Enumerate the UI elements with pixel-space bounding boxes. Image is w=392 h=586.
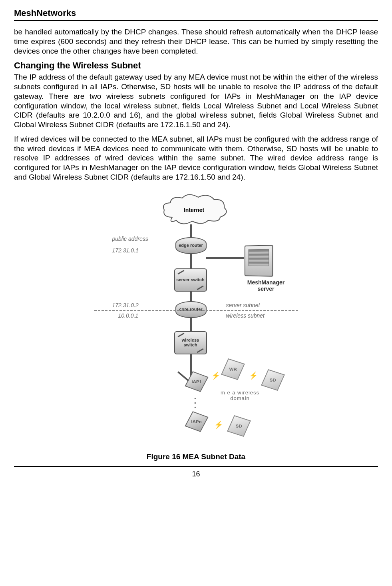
page-number: 16 — [14, 466, 378, 478]
server-subnet-label: server subnet — [226, 302, 260, 308]
wireless-switch-label: wireless switch — [175, 338, 206, 347]
internet-cloud: Internet — [160, 193, 228, 227]
section-heading-changing-wireless-subnet: Changing the Wireless Subnet — [14, 60, 378, 71]
paragraph-gateway: The IP address of the default gateway us… — [14, 72, 378, 130]
paragraph-intro: be handled automatically by the DHCP cha… — [14, 27, 378, 56]
edge-router: edge router — [175, 237, 211, 254]
wireless-subnet-label: wireless subnet — [226, 312, 265, 319]
iapn-node: IAPn — [185, 411, 208, 432]
server-switch: server switch — [174, 268, 209, 292]
iap-ellipsis: ··· — [194, 396, 197, 410]
wr-node: WR — [221, 358, 245, 380]
ip-label-2: 172.31.0.2 — [112, 302, 139, 308]
server-switch-label: server switch — [176, 278, 204, 282]
paragraph-wired-devices: If wired devices will be connected to th… — [14, 134, 378, 182]
backbone-line — [190, 224, 192, 238]
backbone-line — [190, 254, 192, 269]
network-diagram: Internet edge router public address 172.… — [84, 193, 308, 449]
wireless-domain-label: m e a wireless domain — [220, 390, 260, 402]
edge-router-label: edge router — [179, 243, 203, 248]
sd1-label: SD — [270, 378, 276, 382]
backbone-line — [190, 292, 192, 302]
wireless-switch: wireless switch — [174, 331, 209, 354]
ip-label-1: 172.31.0.1 — [112, 247, 139, 254]
figure-container: Internet edge router public address 172.… — [14, 193, 378, 461]
iap1-label: IAP1 — [191, 379, 202, 384]
meshmanager-server — [244, 245, 273, 276]
cloud-label: Internet — [184, 207, 204, 213]
figure-caption: Figure 16 MEA Subnet Data — [14, 452, 378, 461]
iapn-label: IAPn — [191, 419, 201, 424]
backbone-line — [190, 318, 192, 332]
wr-label: WR — [229, 367, 237, 372]
iap1-node: IAP1 — [185, 371, 208, 392]
lightning-icon: ⚡ — [249, 371, 258, 380]
lightning-icon: ⚡ — [211, 371, 220, 380]
meshmanager-label: MeshManager server — [244, 279, 288, 292]
core-router: core router — [175, 301, 211, 318]
subnet-divider — [94, 310, 298, 311]
sd2-label: SD — [236, 424, 242, 428]
public-address-label: public address — [112, 236, 148, 242]
page-title: MeshNetworks — [14, 8, 378, 21]
sd-node-2: SD — [227, 415, 251, 436]
ip-label-3: 10.0.0.1 — [118, 312, 139, 319]
lightning-icon: ⚡ — [214, 420, 223, 429]
server-connector — [206, 257, 244, 259]
sd-node-1: SD — [261, 369, 285, 390]
